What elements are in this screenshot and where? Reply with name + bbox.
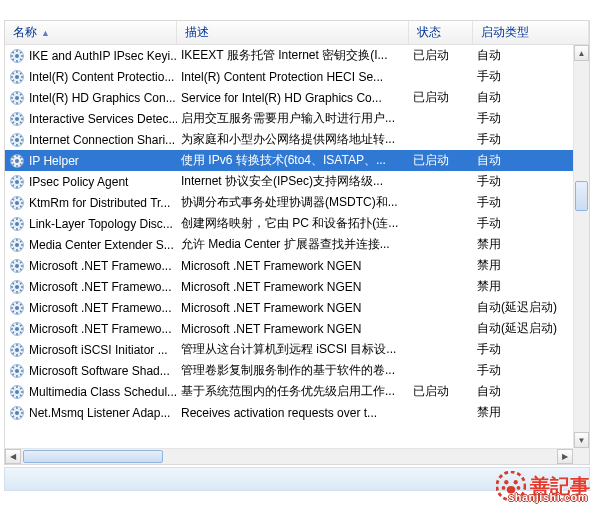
service-type-cell: 手动 — [473, 341, 573, 358]
svg-point-61 — [15, 180, 19, 184]
svg-point-81 — [15, 222, 19, 226]
watermark-url: shanjishi.com — [508, 491, 588, 503]
service-name-label: Interactive Services Detec... — [29, 112, 177, 126]
service-name-label: Link-Layer Topology Disc... — [29, 217, 173, 231]
service-name-cell: Microsoft iSCSI Initiator ... — [5, 342, 177, 358]
scroll-down-button[interactable]: ▼ — [574, 432, 589, 448]
service-type-cell: 手动 — [473, 110, 573, 127]
svg-rect-45 — [21, 139, 23, 140]
service-row[interactable]: IKE and AuthIP IPsec Keyi...IKEEXT 服务托管 … — [5, 45, 573, 66]
service-row[interactable]: Microsoft .NET Framewo...Microsoft .NET … — [5, 297, 573, 318]
service-name-cell: Microsoft .NET Framewo... — [5, 279, 177, 295]
service-gear-icon — [9, 90, 25, 106]
service-row[interactable]: Microsoft .NET Framewo...Microsoft .NET … — [5, 255, 573, 276]
service-type-cell: 自动 — [473, 152, 573, 169]
svg-rect-54 — [11, 160, 13, 161]
service-name-label: IP Helper — [29, 154, 79, 168]
svg-rect-165 — [21, 391, 23, 392]
service-desc-cell: 管理从这台计算机到远程 iSCSI 目标设... — [177, 341, 409, 358]
vertical-scroll-thumb[interactable] — [575, 181, 588, 211]
service-desc-cell: IKEEXT 服务托管 Internet 密钥交换(I... — [177, 47, 409, 64]
service-row[interactable]: IPsec Policy AgentInternet 协议安全(IPSec)支持… — [5, 171, 573, 192]
service-row[interactable]: IP Helper使用 IPv6 转换技术(6to4、ISATAP、...已启动… — [5, 150, 573, 171]
service-gear-icon — [9, 300, 25, 316]
service-row[interactable]: Microsoft iSCSI Initiator ...管理从这台计算机到远程… — [5, 339, 573, 360]
service-desc-cell: Microsoft .NET Framework NGEN — [177, 301, 409, 315]
svg-point-184 — [517, 486, 521, 490]
service-row[interactable]: Media Center Extender S...允许 Media Cente… — [5, 234, 573, 255]
service-desc-cell: Microsoft .NET Framework NGEN — [177, 259, 409, 273]
svg-rect-143 — [16, 354, 17, 356]
svg-rect-125 — [21, 307, 23, 308]
service-gear-icon — [9, 258, 25, 274]
service-desc-cell: 协调分布式事务处理协调器(MSDTC)和... — [177, 194, 409, 211]
svg-rect-15 — [21, 76, 23, 77]
service-type-cell: 手动 — [473, 194, 573, 211]
scroll-right-button[interactable]: ▶ — [557, 449, 573, 464]
column-header-status[interactable]: 状态 — [409, 21, 473, 44]
svg-rect-33 — [16, 123, 17, 125]
services-list-body[interactable]: IKE and AuthIP IPsec Keyi...IKEEXT 服务托管 … — [5, 45, 573, 448]
svg-point-71 — [15, 201, 19, 205]
svg-rect-4 — [11, 55, 13, 56]
column-header-description[interactable]: 描述 — [177, 21, 409, 44]
svg-rect-145 — [21, 349, 23, 350]
service-row[interactable]: Multimedia Class Schedul...基于系统范围内的任务优先级… — [5, 381, 573, 402]
scroll-left-button[interactable]: ◀ — [5, 449, 21, 464]
scroll-up-button[interactable]: ▲ — [574, 45, 589, 61]
svg-point-91 — [15, 243, 19, 247]
service-row[interactable]: Intel(R) Content Protectio...Intel(R) Co… — [5, 66, 573, 87]
service-name-label: Microsoft Software Shad... — [29, 364, 170, 378]
vertical-scrollbar[interactable]: ▲ ▼ — [573, 45, 589, 448]
service-name-label: Intel(R) HD Graphics Con... — [29, 91, 176, 105]
svg-rect-85 — [21, 223, 23, 224]
service-row[interactable]: Intel(R) HD Graphics Con...Service for I… — [5, 87, 573, 108]
service-row[interactable]: Microsoft Software Shad...管理卷影复制服务制作的基于软… — [5, 360, 573, 381]
service-type-cell: 自动(延迟启动) — [473, 320, 573, 337]
svg-point-171 — [15, 411, 19, 415]
svg-point-151 — [15, 369, 19, 373]
svg-rect-102 — [16, 260, 17, 262]
service-row[interactable]: Microsoft .NET Framewo...Microsoft .NET … — [5, 276, 573, 297]
service-type-cell: 自动 — [473, 383, 573, 400]
service-row[interactable]: Link-Layer Topology Disc...创建网络映射，它由 PC … — [5, 213, 573, 234]
svg-rect-175 — [21, 412, 23, 413]
services-listview[interactable]: 名称 ▲ 描述 状态 启动类型 IKE and AuthIP IPsec Key… — [4, 20, 590, 465]
svg-rect-133 — [16, 333, 17, 335]
service-gear-icon — [9, 321, 25, 337]
svg-rect-55 — [21, 160, 23, 161]
service-row[interactable]: Internet Connection Shari...为家庭和小型办公网络提供… — [5, 129, 573, 150]
service-row[interactable]: Interactive Services Detec...启用交互服务需要用户输… — [5, 108, 573, 129]
horizontal-scroll-thumb[interactable] — [23, 450, 163, 463]
svg-rect-25 — [21, 97, 23, 98]
svg-point-31 — [15, 117, 19, 121]
service-row[interactable]: Net.Msmq Listener Adap...Receives activa… — [5, 402, 573, 423]
service-type-cell: 禁用 — [473, 278, 573, 295]
horizontal-scrollbar[interactable]: ◀ ▶ — [5, 448, 573, 464]
svg-point-111 — [15, 285, 19, 289]
service-desc-cell: 管理卷影复制服务制作的基于软件的卷... — [177, 362, 409, 379]
service-name-cell: Net.Msmq Listener Adap... — [5, 405, 177, 421]
service-gear-icon — [9, 363, 25, 379]
vertical-scroll-track[interactable] — [574, 61, 589, 432]
service-name-label: Internet Connection Shari... — [29, 133, 175, 147]
service-row[interactable]: KtmRm for Distributed Tr...协调分布式事务处理协调器(… — [5, 192, 573, 213]
service-status-cell: 已启动 — [409, 89, 473, 106]
service-name-cell: KtmRm for Distributed Tr... — [5, 195, 177, 211]
svg-rect-13 — [16, 81, 17, 83]
service-row[interactable]: Microsoft .NET Framewo...Microsoft .NET … — [5, 318, 573, 339]
sort-ascending-icon: ▲ — [41, 28, 50, 38]
column-header-name[interactable]: 名称 ▲ — [5, 21, 177, 44]
service-name-label: Microsoft .NET Framewo... — [29, 280, 171, 294]
svg-rect-5 — [21, 55, 23, 56]
watermark: 善記事 shanjishi.com — [496, 471, 590, 501]
service-name-label: Net.Msmq Listener Adap... — [29, 406, 170, 420]
service-name-label: Multimedia Class Schedul... — [29, 385, 177, 399]
svg-rect-104 — [11, 265, 13, 266]
column-header-startup-type[interactable]: 启动类型 — [473, 21, 589, 44]
service-name-cell: IP Helper — [5, 153, 177, 169]
svg-rect-162 — [16, 386, 17, 388]
service-gear-icon — [9, 405, 25, 421]
service-type-cell: 禁用 — [473, 257, 573, 274]
service-name-cell: Media Center Extender S... — [5, 237, 177, 253]
